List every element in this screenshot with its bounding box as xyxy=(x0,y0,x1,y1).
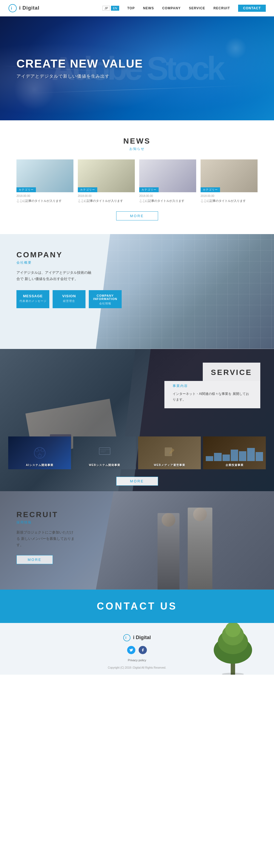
web-code-icon xyxy=(98,446,111,457)
svg-point-22 xyxy=(124,634,131,641)
service-thumbs: AIシステム開発事業 WEBシステム開発事業 WEBメディア運営事業 xyxy=(0,436,274,469)
footer-logo-icon: i xyxy=(123,634,131,642)
lang-switch: JP EN xyxy=(103,6,119,11)
news-img-2: カテゴリー xyxy=(78,159,135,192)
service-thumb-media-label: WEBメディア運営事業 xyxy=(138,463,201,467)
company-card-info[interactable]: COMPANY INFORMATION 会社情報 xyxy=(89,290,122,308)
people-area xyxy=(96,491,274,590)
company-section-subtitle: 会社概要 xyxy=(17,260,93,265)
svg-text:i: i xyxy=(126,636,126,640)
service-section-title: SERVICE xyxy=(203,363,260,381)
news-date-4: 2018.00.00 xyxy=(200,194,257,197)
company-content: COMPANY 会社概要 アイデジタルは、アイデアとデジタル技術の融合で 新しい… xyxy=(0,234,110,325)
news-card-3[interactable]: カテゴリー 2018.00.00 ここに記事のタイトルが入ります xyxy=(139,159,196,203)
service-thumb-web[interactable]: WEBシステム開発事業 xyxy=(73,436,136,469)
service-thumb-ai-label: AIシステム開発事業 xyxy=(8,463,71,467)
service-thumb-ai[interactable]: AIシステム開発事業 xyxy=(8,436,71,469)
company-card-message[interactable]: MESSAGE 代表者のメッセージ xyxy=(17,290,49,308)
company-card-vision-title: VISION xyxy=(55,294,83,298)
service-thumb-media[interactable]: WEBメディア運営事業 xyxy=(138,436,201,469)
nav-service[interactable]: SERVICE xyxy=(189,6,205,10)
news-more-wrap: MORE xyxy=(17,211,257,220)
invest-chart-bars xyxy=(206,445,263,461)
news-category-4: カテゴリー xyxy=(200,187,220,192)
news-card-1[interactable]: カテゴリー 2018.00.00 ここに記事のタイトルが入ります xyxy=(17,159,74,203)
recruit-section-title: RECRUIT xyxy=(17,510,77,519)
recruit-more-button[interactable]: MORE xyxy=(17,555,53,564)
service-thumb-invest[interactable]: 企業投資事業 xyxy=(203,436,266,469)
chart-bar-1 xyxy=(206,456,213,461)
logo[interactable]: i i Digital xyxy=(8,4,39,12)
svg-point-21 xyxy=(222,673,244,675)
news-img-3: カテゴリー xyxy=(139,159,196,192)
news-section-subtitle: お知らせ xyxy=(17,147,257,151)
news-more-button[interactable]: MORE xyxy=(116,211,158,220)
lang-en-button[interactable]: EN xyxy=(111,6,119,11)
chart-bar-2 xyxy=(214,453,221,461)
footer: i i Digital Privacy policy Copyright (C)… xyxy=(0,623,274,675)
service-more-wrap: MORE xyxy=(0,477,274,486)
company-card-message-sub: 代表者のメッセージ xyxy=(19,299,47,303)
company-description: アイデジタルは、アイデアとデジタル技術の融合で 新しい価値を生み出す会社です。 xyxy=(17,269,93,282)
company-section-title: COMPANY xyxy=(17,250,93,259)
logo-icon: i xyxy=(8,4,17,12)
news-date-1: 2018.00.00 xyxy=(17,194,74,197)
company-card-info-title: COMPANY INFORMATION xyxy=(91,294,119,301)
svg-point-0 xyxy=(9,4,17,12)
news-text-4: ここに記事のタイトルが入ります xyxy=(200,198,257,203)
lang-jp-button[interactable]: JP xyxy=(103,6,110,11)
twitter-icon xyxy=(129,648,133,652)
news-category-3: カテゴリー xyxy=(139,187,159,192)
nav-top[interactable]: TOP xyxy=(128,6,135,10)
company-section: COMPANY 会社概要 アイデジタルは、アイデアとデジタル技術の融合で 新しい… xyxy=(0,234,274,349)
nav-recruit[interactable]: RECRUIT xyxy=(214,6,230,10)
service-thumb-invest-label: 企業投資事業 xyxy=(203,463,266,467)
person-1 xyxy=(158,513,180,590)
company-card-vision[interactable]: VISION 経営理念 xyxy=(53,290,85,308)
news-category-2: カテゴリー xyxy=(78,187,97,192)
service-content: SERVICE 事業内容 インターネット・AI関連の様々な事業を 展開しておりま… xyxy=(164,363,260,408)
ai-brain-icon xyxy=(31,446,48,460)
chart-bar-7 xyxy=(256,452,263,461)
service-more-button[interactable]: MORE xyxy=(116,477,158,486)
facebook-button[interactable] xyxy=(139,646,147,654)
company-card-message-title: MESSAGE xyxy=(19,294,47,298)
news-date-2: 2018.00.00 xyxy=(78,194,135,197)
news-img-1: カテゴリー xyxy=(17,159,74,192)
footer-logo-text: i Digital xyxy=(133,635,151,641)
company-grid-overlay xyxy=(96,234,274,349)
news-category-1: カテゴリー xyxy=(17,187,36,192)
recruit-section-subtitle: 採用情報 xyxy=(17,520,77,525)
contact-banner[interactable]: CONTACT US xyxy=(0,590,274,623)
contact-section: CONTACT US xyxy=(0,590,274,623)
chart-bar-3 xyxy=(222,455,230,461)
main-nav: TOP NEWS COMPANY SERVICE RECRUIT CONTACT xyxy=(128,5,266,12)
news-grid: カテゴリー 2018.00.00 ここに記事のタイトルが入ります カテゴリー 2… xyxy=(17,159,257,203)
person-2 xyxy=(188,507,212,590)
recruit-description: 新規プロジェクトにご参加いただける 新しいメンバーを募集しております。 xyxy=(17,529,77,548)
news-text-1: ここに記事のタイトルが入ります xyxy=(17,198,74,203)
service-thumb-web-label: WEBシステム開発事業 xyxy=(73,463,136,467)
nav-news[interactable]: NEWS xyxy=(143,6,154,10)
recruit-content: RECRUIT 採用情報 新規プロジェクトにご参加いただける 新しいメンバーを募… xyxy=(0,491,93,583)
person-2-head xyxy=(193,507,207,521)
news-card-2[interactable]: カテゴリー 2018.00.00 ここに記事のタイトルが入ります xyxy=(78,159,135,203)
hero-orb-2 xyxy=(225,37,247,59)
contact-title: CONTACT US xyxy=(17,600,257,612)
hero-content: CREATE NEW VALUE アイデアとデジタルで新しい価値を生み出す xyxy=(0,57,160,79)
nav-contact[interactable]: CONTACT xyxy=(238,5,266,12)
nav-company[interactable]: COMPANY xyxy=(162,6,181,10)
media-pencil-icon xyxy=(163,446,176,457)
news-card-4[interactable]: カテゴリー 2018.00.00 ここに記事のタイトルが入ります xyxy=(200,159,257,203)
news-section-title: NEWS xyxy=(17,137,257,146)
news-date-3: 2018.00.00 xyxy=(139,194,196,197)
service-description: インターネット・AI関連の様々な事業を 展開しております。 xyxy=(173,391,252,403)
news-text-2: ここに記事のタイトルが入ります xyxy=(78,198,135,203)
facebook-icon xyxy=(141,648,145,652)
hero-section: Adobe Stock CREATE NEW VALUE アイデアとデジタルで新… xyxy=(0,17,274,120)
twitter-button[interactable] xyxy=(127,646,135,654)
footer-tree-icon xyxy=(208,623,257,675)
recruit-section: RECRUIT 採用情報 新規プロジェクトにご参加いただける 新しいメンバーを募… xyxy=(0,491,274,590)
company-cards: MESSAGE 代表者のメッセージ VISION 経営理念 COMPANY IN… xyxy=(17,290,93,308)
company-card-vision-sub: 経営理念 xyxy=(55,299,83,303)
